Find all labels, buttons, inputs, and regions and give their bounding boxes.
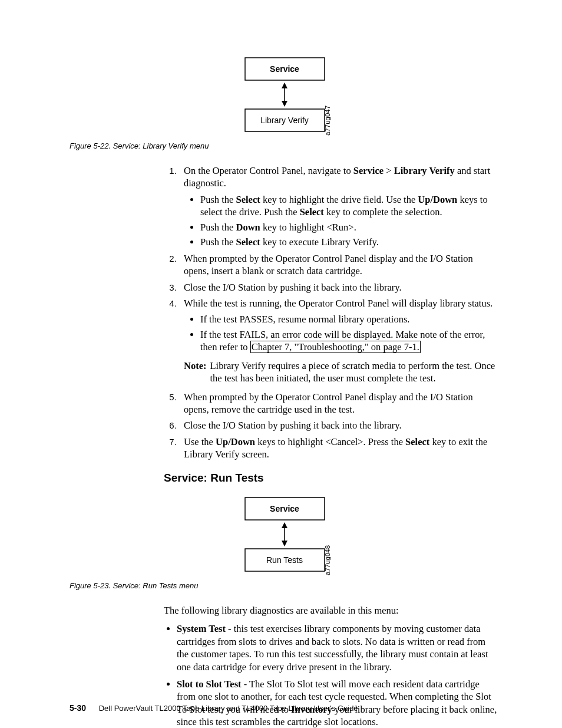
step-7: Use the Up/Down keys to highlight <Cance… [179,436,500,461]
note: Note: Library Verify requires a piece of… [184,360,500,385]
page-number: 5-30 [70,703,86,713]
page-content: Service Library Verify a77ug047 Figure 5… [70,53,500,728]
note-body: Library Verify requires a piece of scrat… [210,360,500,385]
step1-substeps: Push the Select key to highlight the dri… [184,193,500,249]
step1-sub1: Push the Select key to highlight the dri… [200,193,500,219]
system-test-item: System Test - this test exercises librar… [177,622,500,673]
service-library-verify-diagram: Service Library Verify [236,53,333,136]
footer-title: Dell PowerVault TL2000 Tape Library and … [99,704,358,713]
diagram1-bottom-label: Library Verify [260,116,309,125]
intro-para: The following library diagnostics are av… [164,604,500,617]
figure2-ref: a77ug048 [324,545,331,575]
svg-marker-8 [282,541,287,546]
step1-sub3: Push the Select key to execute Library V… [200,236,500,248]
svg-marker-3 [282,101,287,107]
step-2: When prompted by the Operator Control Pa… [179,252,500,278]
service-run-tests-diagram: Service Run Tests [236,493,333,575]
figure1-caption: Figure 5-22. Service: Library Verify men… [70,141,500,150]
figure2-caption: Figure 5-23. Service: Run Tests menu [70,581,500,590]
step4-sub1: If the test PASSES, resume normal librar… [200,313,500,325]
step1-sub2: Push the Down key to highlight <Run>. [200,221,500,233]
diagram1-top-label: Service [270,64,299,74]
link-chapter7[interactable]: Chapter 7, "Troubleshooting," on page 7-… [250,341,421,353]
svg-marker-2 [282,83,287,88]
diagram2-top-label: Service [270,504,299,513]
step-5: When prompted by the Operator Control Pa… [179,391,500,416]
figure-2: Service Run Tests a77ug048 [70,493,500,575]
svg-marker-7 [282,522,287,528]
diagram2-bottom-label: Run Tests [266,555,303,565]
note-label: Note: [184,360,210,385]
step-3: Close the I/O Station by pushing it back… [179,281,500,294]
step-4: While the test is running, the Operator … [179,297,500,385]
step-6: Close the I/O Station by pushing it back… [179,419,500,431]
figure1-ref: a77ug047 [324,106,331,136]
step4-substeps: If the test PASSES, resume normal librar… [184,313,500,353]
step-1: On the Operator Control Panel, navigate … [179,164,500,249]
step4-sub2: If the test FAILS, an error code will be… [200,328,500,354]
page-footer: 5-30 Dell PowerVault TL2000 Tape Library… [70,703,358,713]
figure-1: Service Library Verify a77ug047 [70,53,500,136]
heading-run-tests: Service: Run Tests [164,472,500,485]
procedure-steps: On the Operator Control Panel, navigate … [164,164,500,461]
